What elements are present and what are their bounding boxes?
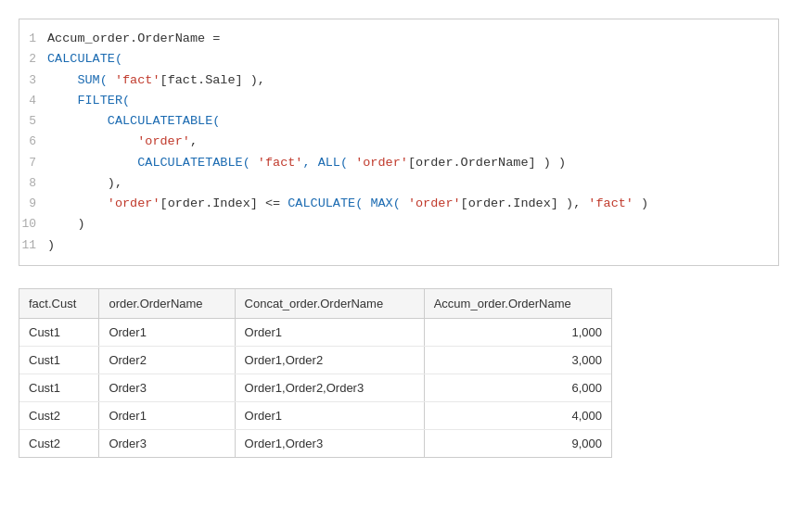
code-text: SUM( 'fact'[fact.Sale] ), bbox=[47, 70, 265, 91]
table-cell: Order2 bbox=[99, 346, 235, 374]
table-header: Accum_order.OrderName bbox=[424, 289, 611, 319]
line-number: 8 bbox=[19, 173, 47, 193]
table-cell: Order1 bbox=[235, 318, 424, 346]
table-cell: 9,000 bbox=[424, 429, 611, 457]
table-cell: 1,000 bbox=[424, 318, 611, 346]
code-line: 9 'order'[order.Index] <= CALCULATE( MAX… bbox=[19, 194, 778, 214]
code-text: 'order', bbox=[47, 132, 198, 152]
table-cell: 3,000 bbox=[424, 346, 611, 374]
table-row: Cust1Order2Order1,Order23,000 bbox=[19, 346, 611, 374]
code-text: FILTER( bbox=[47, 91, 130, 111]
line-number: 2 bbox=[19, 49, 47, 69]
code-line: 3 SUM( 'fact'[fact.Sale] ), bbox=[19, 70, 778, 91]
code-block: 1Accum_order.OrderName = 2CALCULATE(3 SU… bbox=[19, 19, 779, 266]
line-number: 7 bbox=[19, 153, 47, 172]
code-text: CALCULATETABLE( bbox=[47, 111, 220, 132]
table-row: Cust1Order3Order1,Order2,Order36,000 bbox=[19, 374, 611, 401]
line-number: 11 bbox=[19, 235, 47, 255]
table-cell: 4,000 bbox=[424, 401, 611, 429]
line-number: 5 bbox=[19, 111, 47, 131]
table-cell: Cust1 bbox=[19, 374, 99, 401]
code-line: 10 ) bbox=[19, 214, 778, 234]
table-header: order.OrderName bbox=[99, 289, 235, 319]
table-row: Cust1Order1Order11,000 bbox=[19, 318, 611, 346]
table-cell: 6,000 bbox=[424, 374, 611, 401]
code-text: Accum_order.OrderName = bbox=[47, 29, 227, 49]
table-cell: Cust2 bbox=[19, 401, 99, 429]
table-cell: Order3 bbox=[99, 374, 235, 401]
line-number: 9 bbox=[19, 194, 47, 213]
table-row: Cust2Order3Order1,Order39,000 bbox=[19, 429, 611, 457]
code-text: ) bbox=[47, 235, 55, 256]
code-line: 4 FILTER( bbox=[19, 91, 778, 111]
code-text: ), bbox=[47, 173, 122, 194]
table-row: Cust2Order1Order14,000 bbox=[19, 401, 611, 429]
table-cell: Order1,Order2,Order3 bbox=[235, 374, 424, 401]
code-line: 6 'order', bbox=[19, 132, 778, 152]
code-line: 5 CALCULATETABLE( bbox=[19, 111, 778, 132]
line-number: 6 bbox=[19, 132, 47, 151]
line-number: 3 bbox=[19, 70, 47, 90]
table-header: Concat_order.OrderName bbox=[235, 289, 424, 319]
code-text: CALCULATE( bbox=[47, 49, 122, 70]
table-cell: Order1,Order2 bbox=[235, 346, 424, 374]
code-line: 7 CALCULATETABLE( 'fact', ALL( 'order'[o… bbox=[19, 153, 778, 173]
table-cell: Cust1 bbox=[19, 346, 99, 374]
line-number: 10 bbox=[19, 214, 47, 234]
code-line: 11) bbox=[19, 235, 778, 256]
code-text: CALCULATETABLE( 'fact', ALL( 'order'[ord… bbox=[47, 153, 566, 173]
line-number: 1 bbox=[19, 29, 47, 48]
table-cell: Order1 bbox=[99, 401, 235, 429]
code-text: 'order'[order.Index] <= CALCULATE( MAX( … bbox=[47, 194, 648, 214]
table-cell: Order1 bbox=[235, 401, 424, 429]
line-number: 4 bbox=[19, 91, 47, 110]
table-cell: Order3 bbox=[99, 429, 235, 457]
table-cell: Order1 bbox=[99, 318, 235, 346]
data-table: fact.Custorder.OrderNameConcat_order.Ord… bbox=[19, 288, 612, 458]
table-cell: Cust2 bbox=[19, 429, 99, 457]
code-line: 8 ), bbox=[19, 173, 778, 194]
table-header: fact.Cust bbox=[19, 289, 99, 319]
code-line: 2CALCULATE( bbox=[19, 49, 778, 70]
code-line: 1Accum_order.OrderName = bbox=[19, 29, 778, 49]
table-cell: Cust1 bbox=[19, 318, 99, 346]
table-cell: Order1,Order3 bbox=[235, 429, 424, 457]
code-text: ) bbox=[47, 214, 85, 234]
